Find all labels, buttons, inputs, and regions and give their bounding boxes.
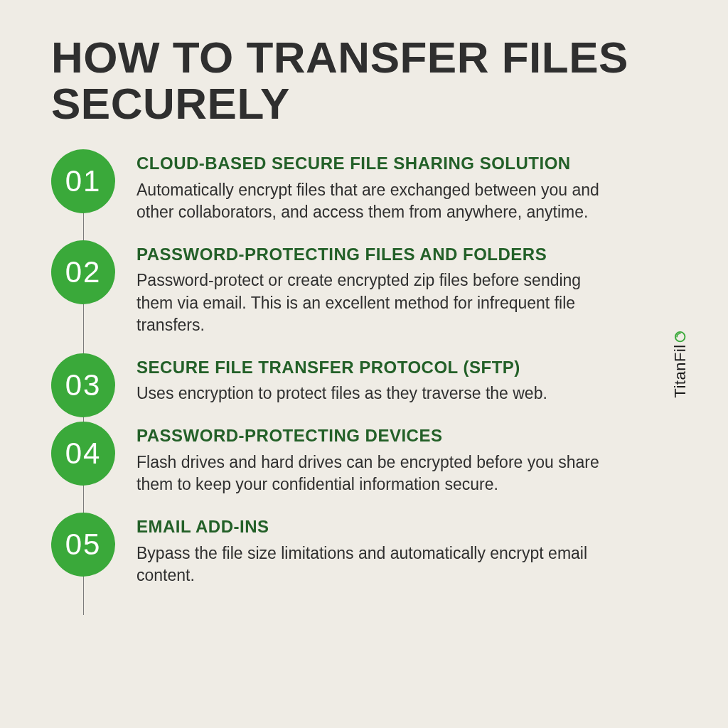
step-1: 01 CLOUD-BASED SECURE FILE SHARING SOLUT… <box>136 154 664 223</box>
infographic-page: HOW TO TRANSFER FILES SECURELY 01 CLOUD-… <box>0 0 728 587</box>
step-number-badge: 04 <box>51 422 115 486</box>
page-title: HOW TO TRANSFER FILES SECURELY <box>51 34 664 127</box>
step-number: 04 <box>65 437 102 471</box>
step-number-badge: 03 <box>51 353 115 417</box>
step-body: Password-protect or create encrypted zip… <box>136 269 620 336</box>
step-title: PASSWORD-PROTECTING DEVICES <box>136 426 634 446</box>
step-4: 04 PASSWORD-PROTECTING DEVICES Flash dri… <box>136 426 664 496</box>
step-title: EMAIL ADD-INS <box>136 517 634 537</box>
step-title: CLOUD-BASED SECURE FILE SHARING SOLUTION <box>136 154 634 173</box>
step-number-badge: 02 <box>51 240 115 304</box>
step-body: Automatically encrypt files that are exc… <box>136 179 620 223</box>
step-number: 01 <box>65 164 102 198</box>
step-number-badge: 05 <box>51 513 115 577</box>
step-title: PASSWORD-PROTECTING FILES AND FOLDERS <box>136 245 634 264</box>
step-3: 03 SECURE FILE TRANSFER PROTOCOL (SFTP) … <box>136 358 664 405</box>
brand-logo-icon <box>673 330 686 343</box>
step-number: 03 <box>65 368 102 402</box>
step-number: 02 <box>65 255 102 289</box>
step-number-badge: 01 <box>51 149 115 213</box>
step-5: 05 EMAIL ADD-INS Bypass the file size li… <box>136 517 664 587</box>
step-title: SECURE FILE TRANSFER PROTOCOL (SFTP) <box>136 358 634 378</box>
step-body: Bypass the file size limitations and aut… <box>136 542 620 587</box>
step-body: Uses encryption to protect files as they… <box>136 382 620 405</box>
step-body: Flash drives and hard drives can be encr… <box>136 451 620 496</box>
brand-watermark: TitanFil <box>670 330 689 397</box>
step-number: 05 <box>65 528 102 562</box>
step-2: 02 PASSWORD-PROTECTING FILES AND FOLDERS… <box>136 245 664 336</box>
brand-name-part1: TitanFil <box>670 344 689 397</box>
steps-timeline: 01 CLOUD-BASED SECURE FILE SHARING SOLUT… <box>51 154 664 586</box>
